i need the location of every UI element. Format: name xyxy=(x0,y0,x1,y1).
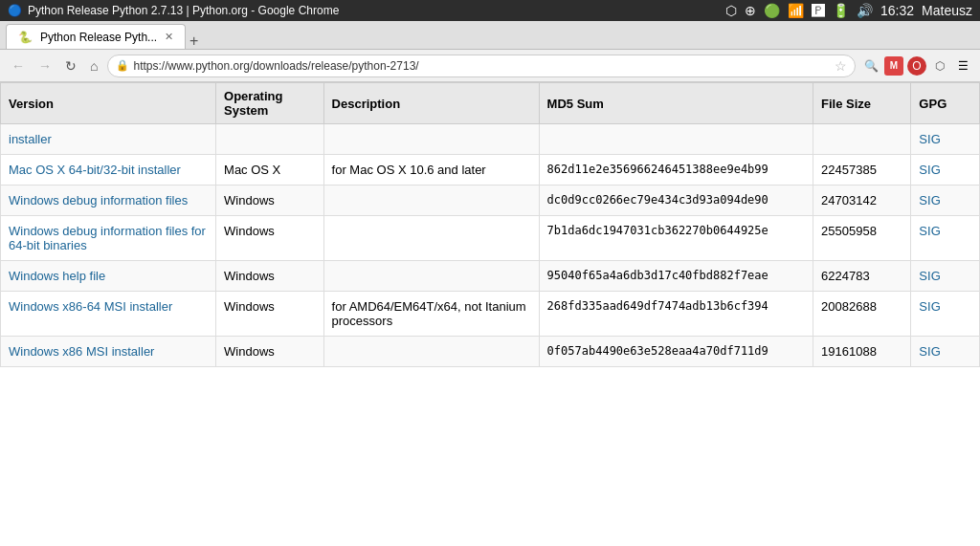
cell-description xyxy=(323,261,539,292)
cell-version[interactable]: Windows debug information files for 64-b… xyxy=(1,216,216,261)
cell-version[interactable]: Windows debug information files xyxy=(1,186,216,216)
cell-md5: 268fd335aad649df7474adb13b6cf394 xyxy=(539,292,813,337)
table-row: Windows debug information files for 64-b… xyxy=(1,216,980,261)
cell-version[interactable]: installer xyxy=(1,124,216,155)
cell-size xyxy=(813,124,911,155)
table-row: Windows help fileWindows95040f65a4a6db3d… xyxy=(1,261,980,292)
chrome-icon: ⊕ xyxy=(745,3,756,18)
bluetooth-icon: ⬡ xyxy=(725,3,737,18)
version-link[interactable]: Windows help file xyxy=(9,269,105,283)
cell-os: Windows xyxy=(216,337,324,367)
tab-label: Python Release Pyth... xyxy=(40,31,157,44)
cell-description xyxy=(323,186,539,216)
cell-md5: 862d11e2e356966246451388ee9e4b99 xyxy=(539,155,813,186)
title-bar-left: 🔵 Python Release Python 2.7.13 | Python.… xyxy=(8,4,339,17)
settings-icon[interactable]: ☰ xyxy=(953,56,972,76)
new-tab-button[interactable]: + xyxy=(189,33,198,49)
lock-icon: 🔒 xyxy=(116,59,129,72)
wifi-icon: 📶 xyxy=(788,3,804,18)
cell-md5: 7b1da6dc1947031cb362270b0644925e xyxy=(539,216,813,261)
cell-sig[interactable]: SIG xyxy=(911,186,980,216)
downloads-table: Version Operating System Description MD5… xyxy=(0,82,980,367)
cell-size: 24703142 xyxy=(813,186,911,216)
memory-icon: 🅿 xyxy=(812,3,825,18)
cell-sig[interactable]: SIG xyxy=(911,261,980,292)
clock: 16:32 xyxy=(880,3,914,18)
url-text: https://www.python.org/downloads/release… xyxy=(133,59,831,73)
cell-md5: 95040f65a4a6db3d17c40fbd882f7eae xyxy=(539,261,813,292)
version-link[interactable]: Windows debug information files xyxy=(9,193,188,207)
cell-os: Windows xyxy=(216,292,324,337)
title-bar: 🔵 Python Release Python 2.7.13 | Python.… xyxy=(0,0,980,21)
opera-icon[interactable]: O xyxy=(907,56,926,76)
version-link[interactable]: Windows debug information files for 64-b… xyxy=(9,224,206,252)
cell-md5: 0f057ab4490e63e528eaa4a70df711d9 xyxy=(539,337,813,367)
gmail-icon[interactable]: M xyxy=(884,56,903,76)
table-row: installerSIG xyxy=(1,124,980,155)
table-header-row: Version Operating System Description MD5… xyxy=(1,83,980,124)
username: Mateusz xyxy=(922,3,972,18)
col-header-md5: MD5 Sum xyxy=(539,83,813,124)
cell-sig[interactable]: SIG xyxy=(911,124,980,155)
cell-sig[interactable]: SIG xyxy=(911,292,980,337)
volume-icon: 🔊 xyxy=(857,3,873,18)
cell-version[interactable]: Mac OS X 64-bit/32-bit installer xyxy=(1,155,216,186)
version-link[interactable]: Mac OS X 64-bit/32-bit installer xyxy=(9,163,181,177)
active-tab[interactable]: 🐍 Python Release Pyth... ✕ xyxy=(6,24,186,49)
cell-version[interactable]: Windows x86 MSI installer xyxy=(1,337,216,367)
window-title: Python Release Python 2.7.13 | Python.or… xyxy=(28,4,339,17)
version-link[interactable]: installer xyxy=(9,132,52,146)
bookmark-star-icon[interactable]: ☆ xyxy=(835,58,847,74)
col-header-size: File Size xyxy=(813,83,911,124)
cell-sig[interactable]: SIG xyxy=(911,155,980,186)
sig-link[interactable]: SIG xyxy=(919,224,940,238)
tab-close-button[interactable]: ✕ xyxy=(165,31,173,43)
cell-size: 19161088 xyxy=(813,337,911,367)
table-row: Windows debug information filesWindowsdc… xyxy=(1,186,980,216)
refresh-button[interactable]: ↻ xyxy=(61,56,80,76)
extension-icon[interactable]: ⬡ xyxy=(930,56,949,76)
page-content: Version Operating System Description MD5… xyxy=(0,82,980,546)
browser-icon: 🔵 xyxy=(8,4,22,17)
cell-sig[interactable]: SIG xyxy=(911,337,980,367)
cell-description xyxy=(323,124,539,155)
tab-favicon: 🐍 xyxy=(18,31,33,44)
cell-md5: dc0d9cc0266ec79e434c3d93a094de90 xyxy=(539,186,813,216)
sig-link[interactable]: SIG xyxy=(919,193,940,207)
cell-description xyxy=(323,216,539,261)
cell-os: Windows xyxy=(216,186,324,216)
version-link[interactable]: Windows x86-64 MSI installer xyxy=(9,299,172,314)
table-row: Mac OS X 64-bit/32-bit installerMac OS X… xyxy=(1,155,980,186)
sig-link[interactable]: SIG xyxy=(919,269,940,283)
version-link[interactable]: Windows x86 MSI installer xyxy=(9,344,154,359)
address-bar[interactable]: 🔒 https://www.python.org/downloads/relea… xyxy=(107,55,856,77)
cell-version[interactable]: Windows help file xyxy=(1,261,216,292)
table-row: Windows x86 MSI installerWindows0f057ab4… xyxy=(1,337,980,367)
back-button[interactable]: ← xyxy=(8,56,29,76)
cell-os: Windows xyxy=(216,261,324,292)
cell-version[interactable]: Windows x86-64 MSI installer xyxy=(1,292,216,337)
cell-os xyxy=(216,124,324,155)
col-header-os: Operating System xyxy=(216,83,324,124)
cell-size: 20082688 xyxy=(813,292,911,337)
battery-icon: 🔋 xyxy=(833,3,849,18)
cell-size: 22457385 xyxy=(813,155,911,186)
browser-action-icons: 🔍 M O ⬡ ☰ xyxy=(861,56,972,76)
sig-link[interactable]: SIG xyxy=(919,132,940,146)
nav-bar: ← → ↻ ⌂ 🔒 https://www.python.org/downloa… xyxy=(0,50,980,82)
tab-bar: 🐍 Python Release Pyth... ✕ + xyxy=(0,21,980,50)
cell-description: for AMD64/EM64T/x64, not Itanium process… xyxy=(323,292,539,337)
sig-link[interactable]: SIG xyxy=(919,344,940,359)
green-circle-icon: 🟢 xyxy=(764,3,780,18)
col-header-version: Version xyxy=(1,83,216,124)
cell-sig[interactable]: SIG xyxy=(911,216,980,261)
cell-description: for Mac OS X 10.6 and later xyxy=(323,155,539,186)
cell-md5 xyxy=(539,124,813,155)
search-icon[interactable]: 🔍 xyxy=(861,56,880,76)
sig-link[interactable]: SIG xyxy=(919,299,940,314)
col-header-gpg: GPG xyxy=(911,83,980,124)
home-button[interactable]: ⌂ xyxy=(86,56,101,76)
forward-button[interactable]: → xyxy=(34,56,56,76)
cell-os: Windows xyxy=(216,216,324,261)
sig-link[interactable]: SIG xyxy=(919,163,940,177)
